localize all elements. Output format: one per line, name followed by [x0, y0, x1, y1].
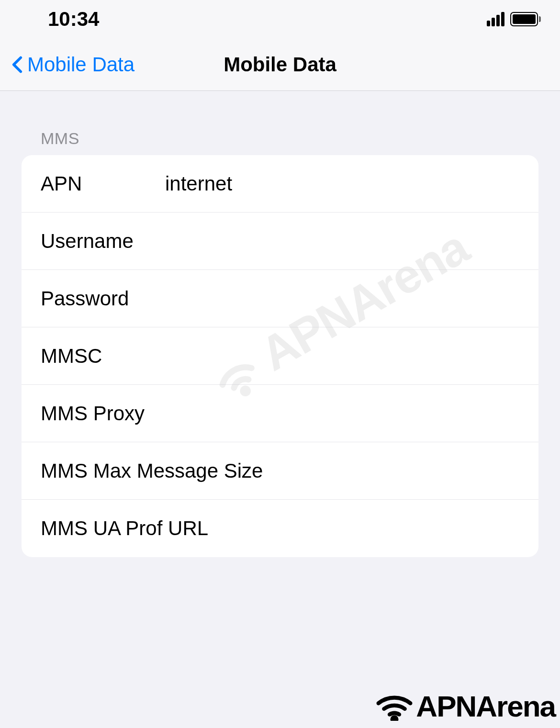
username-row[interactable]: Username [22, 213, 538, 270]
cellular-signal-icon [487, 12, 504, 26]
apn-label: APN [41, 172, 165, 195]
apn-input[interactable] [165, 172, 519, 195]
mmsc-input[interactable] [165, 345, 519, 368]
battery-icon [510, 12, 541, 26]
apn-row[interactable]: APN [22, 155, 538, 213]
status-indicators [487, 12, 541, 26]
navigation-header: Mobile Data Mobile Data [0, 38, 560, 91]
username-label: Username [41, 230, 165, 253]
mms-ua-prof-url-row[interactable]: MMS UA Prof URL [22, 500, 538, 557]
mms-settings-group: APN Username Password MMSC MMS Proxy MMS… [22, 155, 538, 557]
password-input[interactable] [165, 287, 519, 310]
mms-max-message-size-label: MMS Max Message Size [41, 459, 263, 482]
mms-max-message-size-row[interactable]: MMS Max Message Size [22, 442, 538, 500]
back-button[interactable]: Mobile Data [12, 53, 134, 76]
mms-ua-prof-url-label: MMS UA Prof URL [41, 517, 208, 540]
watermark-text: APNArena [416, 689, 555, 723]
mms-proxy-row[interactable]: MMS Proxy [22, 385, 538, 442]
mms-proxy-input[interactable] [165, 402, 519, 425]
mmsc-row[interactable]: MMSC [22, 327, 538, 385]
mms-proxy-label: MMS Proxy [41, 402, 165, 425]
mms-ua-prof-url-input[interactable] [208, 517, 519, 540]
status-bar: 10:34 [0, 0, 560, 38]
username-input[interactable] [165, 230, 519, 253]
page-title: Mobile Data [224, 53, 336, 76]
section-header-mms: MMS [22, 129, 538, 148]
password-row[interactable]: Password [22, 270, 538, 327]
back-label: Mobile Data [27, 53, 134, 76]
watermark-bottom: APNArena [375, 689, 555, 723]
wifi-icon [375, 692, 414, 721]
password-label: Password [41, 287, 165, 310]
chevron-left-icon [12, 56, 22, 74]
mms-max-message-size-input[interactable] [263, 459, 519, 482]
status-time: 10:34 [48, 8, 99, 31]
svg-point-1 [392, 717, 397, 721]
mmsc-label: MMSC [41, 345, 165, 368]
